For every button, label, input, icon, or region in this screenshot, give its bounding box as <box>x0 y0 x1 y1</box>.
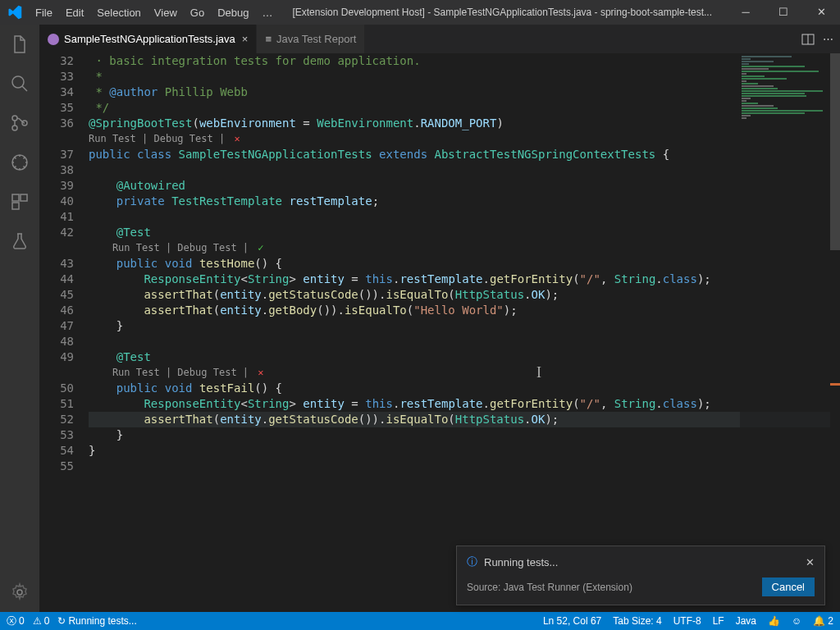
svg-rect-6 <box>21 194 27 201</box>
tab-label: SampleTestNGApplicationTests.java <box>64 33 235 45</box>
tab-close-icon[interactable]: × <box>242 33 249 45</box>
java-file-icon <box>48 34 59 45</box>
svg-point-0 <box>12 76 24 88</box>
svg-point-2 <box>12 126 17 130</box>
menu-debug[interactable]: Debug <box>211 7 255 19</box>
close-icon[interactable]: ✕ <box>802 0 840 25</box>
vscode-logo-icon <box>0 5 29 20</box>
notification-title: Running tests... <box>484 556 558 568</box>
maximize-icon[interactable]: ☐ <box>765 0 802 25</box>
tab-label: Java Test Report <box>276 33 356 45</box>
window-controls: ─ ☐ ✕ <box>725 0 840 25</box>
editor-area: SampleTestNGApplicationTests.java × ≡ Ja… <box>39 25 840 612</box>
notification-toast: ⓘ Running tests... ✕ Source: Java Test R… <box>456 546 825 605</box>
debug-icon[interactable] <box>0 143 39 182</box>
menu-file[interactable]: File <box>29 7 59 19</box>
status-cursor-pos[interactable]: Ln 52, Col 67 <box>543 615 601 627</box>
scroll-marker <box>830 383 840 386</box>
search-icon[interactable] <box>0 64 39 103</box>
split-editor-icon[interactable] <box>801 33 815 46</box>
svg-rect-5 <box>12 194 19 201</box>
info-icon: ⓘ <box>467 555 477 569</box>
explorer-icon[interactable] <box>0 25 39 64</box>
svg-point-8 <box>17 590 22 595</box>
status-feedback-icon[interactable]: 👍 <box>768 615 780 627</box>
minimap[interactable] <box>740 53 830 612</box>
status-running[interactable]: ↻ Running tests... <box>57 615 136 627</box>
line-gutter: 3233343536373839404142434445464748495051… <box>39 53 89 612</box>
activity-bar <box>0 25 39 612</box>
status-encoding[interactable]: UTF-8 <box>673 615 701 627</box>
minimize-icon[interactable]: ─ <box>727 0 765 25</box>
menu-edit[interactable]: Edit <box>59 7 90 19</box>
editor-tabs: SampleTestNGApplicationTests.java × ≡ Ja… <box>39 25 840 53</box>
settings-gear-icon[interactable] <box>0 573 39 612</box>
menu-view[interactable]: View <box>148 7 184 19</box>
tab-test-report[interactable]: ≡ Java Test Report <box>257 25 365 53</box>
svg-rect-7 <box>12 203 19 209</box>
svg-point-4 <box>12 155 27 170</box>
text-cursor-icon: I <box>536 365 541 381</box>
extensions-icon[interactable] <box>0 182 39 221</box>
report-icon: ≡ <box>265 33 272 45</box>
menu-more[interactable]: … <box>255 7 279 19</box>
menu-selection[interactable]: Selection <box>90 7 147 19</box>
titlebar: File Edit Selection View Go Debug … [Ext… <box>0 0 840 25</box>
status-eol[interactable]: LF <box>713 615 724 627</box>
code-content[interactable]: · basic integration tests for demo appli… <box>89 53 840 612</box>
status-warnings[interactable]: ⚠ 0 <box>33 615 50 627</box>
menu-bar: File Edit Selection View Go Debug … <box>29 7 279 19</box>
status-tab-size[interactable]: Tab Size: 4 <box>613 615 661 627</box>
status-errors[interactable]: ⓧ 0 <box>7 614 25 628</box>
status-bell-icon[interactable]: 🔔2 <box>813 615 833 627</box>
vertical-scrollbar[interactable] <box>830 53 840 612</box>
more-actions-icon[interactable]: ⋯ <box>823 33 833 45</box>
menu-go[interactable]: Go <box>184 7 211 19</box>
test-icon[interactable] <box>0 221 39 261</box>
editor-actions: ⋯ <box>795 25 840 53</box>
tab-sample-tests[interactable]: SampleTestNGApplicationTests.java × <box>39 25 257 53</box>
status-bar: ⓧ 0 ⚠ 0 ↻ Running tests... Ln 52, Col 67… <box>0 612 840 630</box>
svg-point-1 <box>12 116 17 121</box>
cancel-button[interactable]: Cancel <box>762 578 815 596</box>
scrollbar-thumb[interactable] <box>830 53 840 250</box>
notification-close-icon[interactable]: ✕ <box>806 556 815 568</box>
status-smiley-icon[interactable]: ☺ <box>792 615 801 627</box>
window-title: [Extension Development Host] - SampleTes… <box>279 7 725 18</box>
scm-icon[interactable] <box>0 103 39 143</box>
status-language[interactable]: Java <box>736 615 756 627</box>
code-editor[interactable]: 3233343536373839404142434445464748495051… <box>39 53 840 612</box>
notification-source: Source: Java Test Runner (Extension) <box>467 582 632 593</box>
